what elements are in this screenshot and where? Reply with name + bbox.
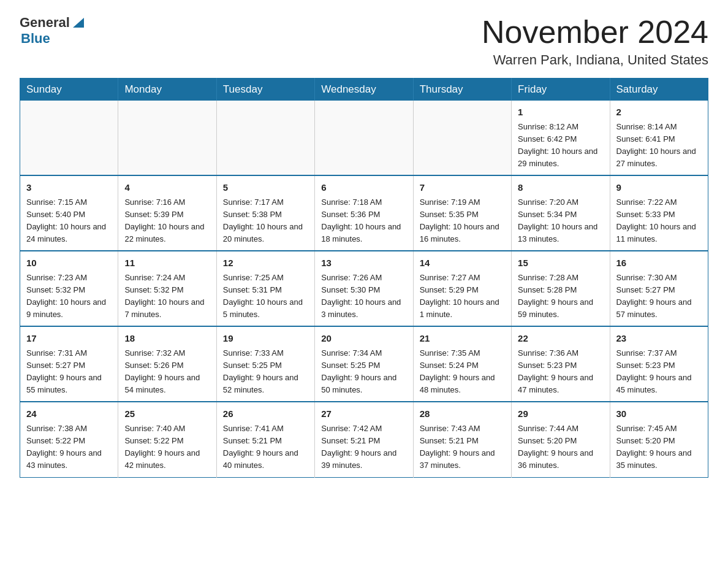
calendar-cell: 23Sunrise: 7:37 AMSunset: 5:23 PMDayligh… xyxy=(610,326,708,402)
calendar-cell: 12Sunrise: 7:25 AMSunset: 5:31 PMDayligh… xyxy=(216,251,314,326)
day-number: 1 xyxy=(518,105,603,120)
calendar-cell: 7Sunrise: 7:19 AMSunset: 5:35 PMDaylight… xyxy=(413,175,511,251)
day-number: 13 xyxy=(321,256,406,270)
day-number: 4 xyxy=(124,181,210,195)
week-row-2: 3Sunrise: 7:15 AMSunset: 5:40 PMDaylight… xyxy=(20,175,708,251)
calendar-cell: 15Sunrise: 7:28 AMSunset: 5:28 PMDayligh… xyxy=(512,251,610,326)
calendar-cell: 1Sunrise: 8:12 AMSunset: 6:42 PMDaylight… xyxy=(512,101,610,175)
calendar-cell: 16Sunrise: 7:30 AMSunset: 5:27 PMDayligh… xyxy=(610,251,708,326)
calendar-cell: 11Sunrise: 7:24 AMSunset: 5:32 PMDayligh… xyxy=(118,251,216,326)
weekday-header-tuesday: Tuesday xyxy=(216,79,314,101)
logo-blue-text: Blue xyxy=(21,31,50,46)
calendar-cell: 17Sunrise: 7:31 AMSunset: 5:27 PMDayligh… xyxy=(20,326,118,402)
day-info: Sunrise: 7:22 AMSunset: 5:33 PMDaylight:… xyxy=(616,196,702,246)
calendar-cell: 10Sunrise: 7:23 AMSunset: 5:32 PMDayligh… xyxy=(20,251,118,326)
day-info: Sunrise: 8:14 AMSunset: 6:41 PMDaylight:… xyxy=(616,121,702,170)
day-info: Sunrise: 7:36 AMSunset: 5:23 PMDaylight:… xyxy=(518,347,603,397)
day-info: Sunrise: 7:31 AMSunset: 5:27 PMDaylight:… xyxy=(26,347,112,397)
weekday-header-row: SundayMondayTuesdayWednesdayThursdayFrid… xyxy=(20,79,708,101)
calendar-cell: 13Sunrise: 7:26 AMSunset: 5:30 PMDayligh… xyxy=(315,251,413,326)
weekday-header-sunday: Sunday xyxy=(20,79,118,101)
day-info: Sunrise: 7:16 AMSunset: 5:39 PMDaylight:… xyxy=(124,196,210,246)
calendar-cell: 27Sunrise: 7:42 AMSunset: 5:21 PMDayligh… xyxy=(315,402,413,477)
day-number: 30 xyxy=(616,407,702,421)
day-info: Sunrise: 7:25 AMSunset: 5:31 PMDaylight:… xyxy=(223,272,308,321)
day-number: 16 xyxy=(616,256,702,270)
calendar-table: SundayMondayTuesdayWednesdayThursdayFrid… xyxy=(20,78,708,477)
calendar-cell xyxy=(413,101,511,175)
day-number: 22 xyxy=(518,332,603,346)
day-number: 19 xyxy=(223,332,308,346)
calendar-cell: 2Sunrise: 8:14 AMSunset: 6:41 PMDaylight… xyxy=(610,101,708,175)
weekday-header-friday: Friday xyxy=(512,79,610,101)
day-info: Sunrise: 7:41 AMSunset: 5:21 PMDaylight:… xyxy=(223,423,308,472)
day-info: Sunrise: 7:30 AMSunset: 5:27 PMDaylight:… xyxy=(616,272,702,321)
day-info: Sunrise: 7:38 AMSunset: 5:22 PMDaylight:… xyxy=(26,423,112,472)
day-info: Sunrise: 7:40 AMSunset: 5:22 PMDaylight:… xyxy=(124,423,210,472)
day-number: 11 xyxy=(124,256,210,270)
day-info: Sunrise: 7:35 AMSunset: 5:24 PMDaylight:… xyxy=(420,347,505,397)
day-info: Sunrise: 7:45 AMSunset: 5:20 PMDaylight:… xyxy=(616,423,702,472)
day-number: 2 xyxy=(616,105,702,120)
calendar-cell: 18Sunrise: 7:32 AMSunset: 5:26 PMDayligh… xyxy=(118,326,216,402)
day-info: Sunrise: 7:26 AMSunset: 5:30 PMDaylight:… xyxy=(321,272,406,321)
logo-triangle-icon xyxy=(72,17,85,30)
day-number: 17 xyxy=(26,332,112,346)
day-number: 28 xyxy=(420,407,505,421)
day-number: 20 xyxy=(321,332,406,346)
day-number: 24 xyxy=(26,407,112,421)
day-number: 29 xyxy=(518,407,603,421)
day-number: 23 xyxy=(616,332,702,346)
week-row-5: 24Sunrise: 7:38 AMSunset: 5:22 PMDayligh… xyxy=(20,402,708,477)
calendar-cell: 25Sunrise: 7:40 AMSunset: 5:22 PMDayligh… xyxy=(118,402,216,477)
day-info: Sunrise: 7:34 AMSunset: 5:25 PMDaylight:… xyxy=(321,347,406,397)
day-number: 25 xyxy=(124,407,210,421)
day-number: 14 xyxy=(420,256,505,270)
day-number: 8 xyxy=(518,181,603,195)
location-title: Warren Park, Indiana, United States xyxy=(482,52,708,68)
weekday-header-thursday: Thursday xyxy=(413,79,511,101)
day-number: 18 xyxy=(124,332,210,346)
calendar-cell: 21Sunrise: 7:35 AMSunset: 5:24 PMDayligh… xyxy=(413,326,511,402)
calendar-cell: 14Sunrise: 7:27 AMSunset: 5:29 PMDayligh… xyxy=(413,251,511,326)
day-info: Sunrise: 7:24 AMSunset: 5:32 PMDaylight:… xyxy=(124,272,210,321)
day-info: Sunrise: 7:44 AMSunset: 5:20 PMDaylight:… xyxy=(518,423,603,472)
day-number: 27 xyxy=(321,407,406,421)
calendar-cell: 9Sunrise: 7:22 AMSunset: 5:33 PMDaylight… xyxy=(610,175,708,251)
day-number: 26 xyxy=(223,407,308,421)
day-number: 21 xyxy=(420,332,505,346)
day-info: Sunrise: 7:17 AMSunset: 5:38 PMDaylight:… xyxy=(223,196,308,246)
day-info: Sunrise: 7:28 AMSunset: 5:28 PMDaylight:… xyxy=(518,272,603,321)
day-info: Sunrise: 7:18 AMSunset: 5:36 PMDaylight:… xyxy=(321,196,406,246)
header: General Blue November 2024 Warren Park, … xyxy=(20,15,708,68)
week-row-4: 17Sunrise: 7:31 AMSunset: 5:27 PMDayligh… xyxy=(20,326,708,402)
day-number: 7 xyxy=(420,181,505,195)
calendar-cell: 22Sunrise: 7:36 AMSunset: 5:23 PMDayligh… xyxy=(512,326,610,402)
calendar-cell: 28Sunrise: 7:43 AMSunset: 5:21 PMDayligh… xyxy=(413,402,511,477)
day-info: Sunrise: 7:19 AMSunset: 5:35 PMDaylight:… xyxy=(420,196,505,246)
logo-general-text: General xyxy=(20,15,70,31)
week-row-3: 10Sunrise: 7:23 AMSunset: 5:32 PMDayligh… xyxy=(20,251,708,326)
day-number: 5 xyxy=(223,181,308,195)
title-area: November 2024 Warren Park, Indiana, Unit… xyxy=(482,15,708,68)
day-info: Sunrise: 7:20 AMSunset: 5:34 PMDaylight:… xyxy=(518,196,603,246)
calendar-cell: 29Sunrise: 7:44 AMSunset: 5:20 PMDayligh… xyxy=(512,402,610,477)
calendar-cell: 8Sunrise: 7:20 AMSunset: 5:34 PMDaylight… xyxy=(512,175,610,251)
day-info: Sunrise: 7:33 AMSunset: 5:25 PMDaylight:… xyxy=(223,347,308,397)
calendar-cell: 30Sunrise: 7:45 AMSunset: 5:20 PMDayligh… xyxy=(610,402,708,477)
calendar-cell xyxy=(118,101,216,175)
calendar-cell: 3Sunrise: 7:15 AMSunset: 5:40 PMDaylight… xyxy=(20,175,118,251)
calendar-cell xyxy=(216,101,314,175)
calendar-cell xyxy=(20,101,118,175)
month-title: November 2024 xyxy=(482,15,708,50)
day-number: 6 xyxy=(321,181,406,195)
day-number: 3 xyxy=(26,181,112,195)
calendar-cell: 6Sunrise: 7:18 AMSunset: 5:36 PMDaylight… xyxy=(315,175,413,251)
weekday-header-wednesday: Wednesday xyxy=(315,79,413,101)
day-info: Sunrise: 7:37 AMSunset: 5:23 PMDaylight:… xyxy=(616,347,702,397)
weekday-header-saturday: Saturday xyxy=(610,79,708,101)
calendar-cell: 26Sunrise: 7:41 AMSunset: 5:21 PMDayligh… xyxy=(216,402,314,477)
calendar-cell: 5Sunrise: 7:17 AMSunset: 5:38 PMDaylight… xyxy=(216,175,314,251)
day-info: Sunrise: 7:32 AMSunset: 5:26 PMDaylight:… xyxy=(124,347,210,397)
week-row-1: 1Sunrise: 8:12 AMSunset: 6:42 PMDaylight… xyxy=(20,101,708,175)
